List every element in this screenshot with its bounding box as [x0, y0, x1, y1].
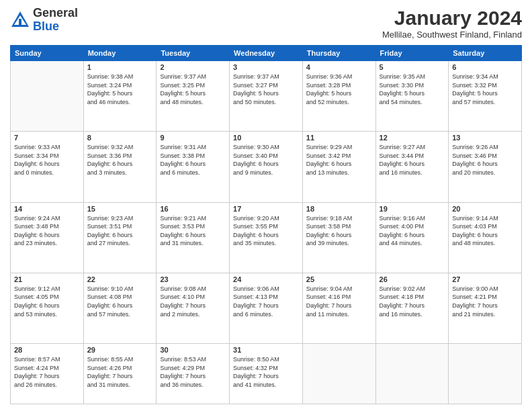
table-row: 12Sunrise: 9:27 AM Sunset: 3:44 PM Dayli…: [375, 132, 449, 202]
calendar-header-row: Sunday Monday Tuesday Wednesday Thursday…: [11, 46, 522, 61]
day-number: 22: [87, 275, 153, 283]
day-info: Sunrise: 9:35 AM Sunset: 3:30 PM Dayligh…: [380, 73, 445, 106]
day-info: Sunrise: 9:21 AM Sunset: 3:53 PM Dayligh…: [160, 214, 226, 248]
day-number: 20: [452, 205, 518, 213]
day-info: Sunrise: 9:18 AM Sunset: 3:58 PM Dayligh…: [306, 214, 372, 248]
table-row: 27Sunrise: 9:00 AM Sunset: 4:21 PM Dayli…: [449, 273, 522, 343]
logo: General Blue: [10, 7, 78, 34]
table-row: [11, 61, 84, 132]
day-info: Sunrise: 8:57 AM Sunset: 4:24 PM Dayligh…: [14, 355, 80, 389]
table-row: 11Sunrise: 9:29 AM Sunset: 3:42 PM Dayli…: [302, 132, 375, 202]
table-row: 18Sunrise: 9:18 AM Sunset: 3:58 PM Dayli…: [302, 202, 375, 273]
table-row: 26Sunrise: 9:02 AM Sunset: 4:18 PM Dayli…: [375, 273, 449, 343]
col-friday: Friday: [375, 46, 449, 61]
day-info: Sunrise: 9:16 AM Sunset: 4:00 PM Dayligh…: [380, 214, 445, 248]
calendar-week-5: 28Sunrise: 8:57 AM Sunset: 4:24 PM Dayli…: [11, 344, 522, 404]
table-row: 17Sunrise: 9:20 AM Sunset: 3:55 PM Dayli…: [230, 202, 303, 273]
table-row: 2Sunrise: 9:37 AM Sunset: 3:25 PM Daylig…: [157, 61, 230, 132]
page: General Blue January 2024 Mellilae, Sout…: [0, 0, 532, 411]
day-number: 1: [87, 63, 153, 71]
day-number: 5: [380, 63, 445, 71]
day-info: Sunrise: 9:36 AM Sunset: 3:28 PM Dayligh…: [306, 73, 372, 106]
day-info: Sunrise: 9:37 AM Sunset: 3:27 PM Dayligh…: [233, 73, 299, 106]
calendar-week-1: 1Sunrise: 9:38 AM Sunset: 3:24 PM Daylig…: [11, 61, 522, 132]
table-row: [449, 344, 522, 404]
day-info: Sunrise: 9:20 AM Sunset: 3:55 PM Dayligh…: [233, 214, 299, 248]
col-wednesday: Wednesday: [230, 46, 303, 61]
day-number: 26: [380, 275, 445, 283]
title-block: January 2024 Mellilae, Southwest Finland…: [382, 7, 522, 40]
day-number: 7: [14, 134, 80, 142]
table-row: [302, 344, 375, 404]
day-number: 14: [14, 205, 80, 213]
day-number: 2: [160, 63, 226, 71]
day-number: 8: [87, 134, 153, 142]
day-info: Sunrise: 9:00 AM Sunset: 4:21 PM Dayligh…: [452, 285, 518, 318]
location: Mellilae, Southwest Finland, Finland: [382, 30, 522, 40]
table-row: 7Sunrise: 9:33 AM Sunset: 3:34 PM Daylig…: [11, 132, 84, 202]
header: General Blue January 2024 Mellilae, Sout…: [10, 7, 522, 40]
day-info: Sunrise: 9:23 AM Sunset: 3:51 PM Dayligh…: [87, 214, 153, 248]
day-info: Sunrise: 9:26 AM Sunset: 3:46 PM Dayligh…: [452, 143, 518, 177]
table-row: 20Sunrise: 9:14 AM Sunset: 4:03 PM Dayli…: [449, 202, 522, 273]
day-info: Sunrise: 9:14 AM Sunset: 4:03 PM Dayligh…: [452, 214, 518, 248]
day-info: Sunrise: 9:08 AM Sunset: 4:10 PM Dayligh…: [160, 285, 226, 318]
table-row: 30Sunrise: 8:53 AM Sunset: 4:29 PM Dayli…: [157, 344, 230, 404]
table-row: 31Sunrise: 8:50 AM Sunset: 4:32 PM Dayli…: [230, 344, 303, 404]
day-number: 28: [14, 346, 80, 354]
table-row: 3Sunrise: 9:37 AM Sunset: 3:27 PM Daylig…: [230, 61, 303, 132]
day-number: 18: [306, 205, 372, 213]
calendar-table: Sunday Monday Tuesday Wednesday Thursday…: [10, 45, 522, 404]
day-number: 11: [306, 134, 372, 142]
table-row: 15Sunrise: 9:23 AM Sunset: 3:51 PM Dayli…: [83, 202, 157, 273]
svg-rect-2: [19, 19, 21, 26]
day-info: Sunrise: 9:30 AM Sunset: 3:40 PM Dayligh…: [233, 143, 299, 177]
table-row: 6Sunrise: 9:34 AM Sunset: 3:32 PM Daylig…: [449, 61, 522, 132]
col-saturday: Saturday: [449, 46, 522, 61]
day-info: Sunrise: 9:10 AM Sunset: 4:08 PM Dayligh…: [87, 285, 153, 318]
day-number: 13: [452, 134, 518, 142]
day-info: Sunrise: 9:24 AM Sunset: 3:48 PM Dayligh…: [14, 214, 80, 248]
table-row: 13Sunrise: 9:26 AM Sunset: 3:46 PM Dayli…: [449, 132, 522, 202]
day-info: Sunrise: 9:31 AM Sunset: 3:38 PM Dayligh…: [160, 143, 226, 177]
day-info: Sunrise: 9:34 AM Sunset: 3:32 PM Dayligh…: [452, 73, 518, 106]
logo-text: General Blue: [33, 7, 78, 34]
day-info: Sunrise: 9:32 AM Sunset: 3:36 PM Dayligh…: [87, 143, 153, 177]
day-info: Sunrise: 9:27 AM Sunset: 3:44 PM Dayligh…: [380, 143, 445, 177]
calendar-week-4: 21Sunrise: 9:12 AM Sunset: 4:05 PM Dayli…: [11, 273, 522, 343]
day-number: 27: [452, 275, 518, 283]
table-row: 24Sunrise: 9:06 AM Sunset: 4:13 PM Dayli…: [230, 273, 303, 343]
table-row: 8Sunrise: 9:32 AM Sunset: 3:36 PM Daylig…: [83, 132, 157, 202]
table-row: 14Sunrise: 9:24 AM Sunset: 3:48 PM Dayli…: [11, 202, 84, 273]
day-number: 12: [380, 134, 445, 142]
day-info: Sunrise: 8:50 AM Sunset: 4:32 PM Dayligh…: [233, 355, 299, 389]
day-number: 29: [87, 346, 153, 354]
day-info: Sunrise: 8:53 AM Sunset: 4:29 PM Dayligh…: [160, 355, 226, 389]
day-number: 17: [233, 205, 299, 213]
table-row: 1Sunrise: 9:38 AM Sunset: 3:24 PM Daylig…: [83, 61, 157, 132]
day-number: 16: [160, 205, 226, 213]
table-row: 23Sunrise: 9:08 AM Sunset: 4:10 PM Dayli…: [157, 273, 230, 343]
table-row: 16Sunrise: 9:21 AM Sunset: 3:53 PM Dayli…: [157, 202, 230, 273]
day-number: 19: [380, 205, 445, 213]
day-info: Sunrise: 9:29 AM Sunset: 3:42 PM Dayligh…: [306, 143, 372, 177]
day-number: 24: [233, 275, 299, 283]
table-row: 19Sunrise: 9:16 AM Sunset: 4:00 PM Dayli…: [375, 202, 449, 273]
day-number: 23: [160, 275, 226, 283]
day-info: Sunrise: 8:55 AM Sunset: 4:26 PM Dayligh…: [87, 355, 153, 389]
day-number: 6: [452, 63, 518, 71]
day-info: Sunrise: 9:12 AM Sunset: 4:05 PM Dayligh…: [14, 285, 80, 318]
logo-blue: Blue: [33, 19, 59, 33]
day-number: 21: [14, 275, 80, 283]
table-row: 22Sunrise: 9:10 AM Sunset: 4:08 PM Dayli…: [83, 273, 157, 343]
table-row: 25Sunrise: 9:04 AM Sunset: 4:16 PM Dayli…: [302, 273, 375, 343]
table-row: 29Sunrise: 8:55 AM Sunset: 4:26 PM Dayli…: [83, 344, 157, 404]
table-row: 28Sunrise: 8:57 AM Sunset: 4:24 PM Dayli…: [11, 344, 84, 404]
day-number: 9: [160, 134, 226, 142]
day-number: 30: [160, 346, 226, 354]
col-thursday: Thursday: [302, 46, 375, 61]
col-monday: Monday: [83, 46, 157, 61]
day-number: 31: [233, 346, 299, 354]
col-sunday: Sunday: [11, 46, 84, 61]
day-number: 10: [233, 134, 299, 142]
